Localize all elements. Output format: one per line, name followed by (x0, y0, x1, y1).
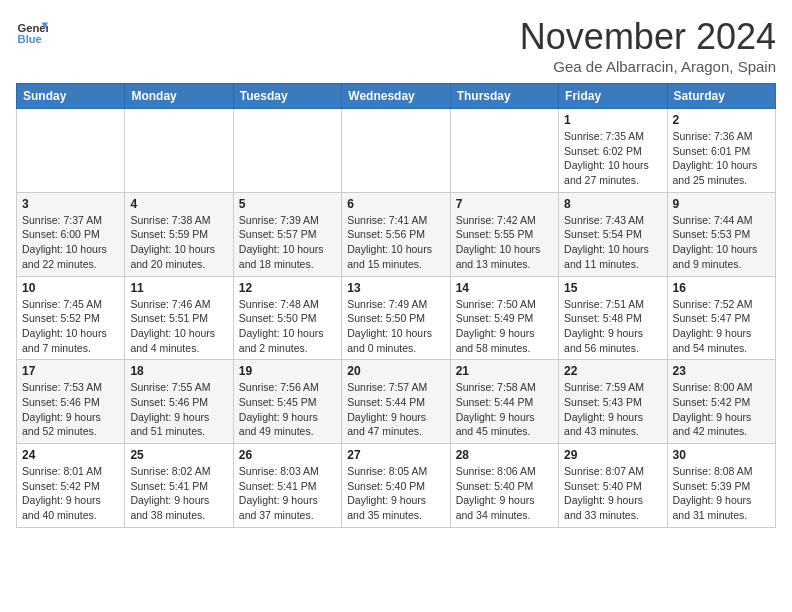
calendar-cell: 17Sunrise: 7:53 AM Sunset: 5:46 PM Dayli… (17, 360, 125, 444)
day-info: Sunrise: 7:52 AM Sunset: 5:47 PM Dayligh… (673, 297, 770, 356)
day-number: 9 (673, 197, 770, 211)
calendar-cell: 27Sunrise: 8:05 AM Sunset: 5:40 PM Dayli… (342, 444, 450, 528)
month-title: November 2024 (520, 16, 776, 58)
day-number: 12 (239, 281, 336, 295)
calendar-cell: 23Sunrise: 8:00 AM Sunset: 5:42 PM Dayli… (667, 360, 775, 444)
calendar-cell: 19Sunrise: 7:56 AM Sunset: 5:45 PM Dayli… (233, 360, 341, 444)
day-number: 28 (456, 448, 553, 462)
calendar-cell: 10Sunrise: 7:45 AM Sunset: 5:52 PM Dayli… (17, 276, 125, 360)
day-info: Sunrise: 8:05 AM Sunset: 5:40 PM Dayligh… (347, 464, 444, 523)
day-info: Sunrise: 7:36 AM Sunset: 6:01 PM Dayligh… (673, 129, 770, 188)
calendar-cell: 1Sunrise: 7:35 AM Sunset: 6:02 PM Daylig… (559, 109, 667, 193)
day-info: Sunrise: 8:02 AM Sunset: 5:41 PM Dayligh… (130, 464, 227, 523)
logo: General Blue (16, 16, 48, 48)
day-info: Sunrise: 7:37 AM Sunset: 6:00 PM Dayligh… (22, 213, 119, 272)
calendar-cell: 3Sunrise: 7:37 AM Sunset: 6:00 PM Daylig… (17, 192, 125, 276)
day-of-week-header: Saturday (667, 84, 775, 109)
day-number: 14 (456, 281, 553, 295)
calendar-cell: 21Sunrise: 7:58 AM Sunset: 5:44 PM Dayli… (450, 360, 558, 444)
calendar-week-row: 1Sunrise: 7:35 AM Sunset: 6:02 PM Daylig… (17, 109, 776, 193)
day-number: 27 (347, 448, 444, 462)
calendar-cell: 15Sunrise: 7:51 AM Sunset: 5:48 PM Dayli… (559, 276, 667, 360)
day-number: 20 (347, 364, 444, 378)
calendar-cell (17, 109, 125, 193)
calendar-table: SundayMondayTuesdayWednesdayThursdayFrid… (16, 83, 776, 528)
calendar-cell: 29Sunrise: 8:07 AM Sunset: 5:40 PM Dayli… (559, 444, 667, 528)
calendar-cell: 20Sunrise: 7:57 AM Sunset: 5:44 PM Dayli… (342, 360, 450, 444)
day-info: Sunrise: 8:03 AM Sunset: 5:41 PM Dayligh… (239, 464, 336, 523)
day-number: 13 (347, 281, 444, 295)
calendar-week-row: 17Sunrise: 7:53 AM Sunset: 5:46 PM Dayli… (17, 360, 776, 444)
day-info: Sunrise: 7:55 AM Sunset: 5:46 PM Dayligh… (130, 380, 227, 439)
day-number: 7 (456, 197, 553, 211)
day-info: Sunrise: 7:59 AM Sunset: 5:43 PM Dayligh… (564, 380, 661, 439)
day-info: Sunrise: 8:08 AM Sunset: 5:39 PM Dayligh… (673, 464, 770, 523)
location-subtitle: Gea de Albarracin, Aragon, Spain (520, 58, 776, 75)
calendar-cell (342, 109, 450, 193)
calendar-cell: 16Sunrise: 7:52 AM Sunset: 5:47 PM Dayli… (667, 276, 775, 360)
day-info: Sunrise: 8:06 AM Sunset: 5:40 PM Dayligh… (456, 464, 553, 523)
calendar-cell (233, 109, 341, 193)
day-info: Sunrise: 7:58 AM Sunset: 5:44 PM Dayligh… (456, 380, 553, 439)
day-number: 15 (564, 281, 661, 295)
calendar-cell: 8Sunrise: 7:43 AM Sunset: 5:54 PM Daylig… (559, 192, 667, 276)
day-of-week-header: Thursday (450, 84, 558, 109)
day-number: 5 (239, 197, 336, 211)
day-info: Sunrise: 7:51 AM Sunset: 5:48 PM Dayligh… (564, 297, 661, 356)
calendar-cell: 22Sunrise: 7:59 AM Sunset: 5:43 PM Dayli… (559, 360, 667, 444)
calendar-cell: 7Sunrise: 7:42 AM Sunset: 5:55 PM Daylig… (450, 192, 558, 276)
day-info: Sunrise: 7:35 AM Sunset: 6:02 PM Dayligh… (564, 129, 661, 188)
day-number: 3 (22, 197, 119, 211)
day-info: Sunrise: 7:39 AM Sunset: 5:57 PM Dayligh… (239, 213, 336, 272)
svg-text:Blue: Blue (18, 33, 42, 45)
calendar-cell: 14Sunrise: 7:50 AM Sunset: 5:49 PM Dayli… (450, 276, 558, 360)
day-info: Sunrise: 7:45 AM Sunset: 5:52 PM Dayligh… (22, 297, 119, 356)
day-number: 18 (130, 364, 227, 378)
calendar-cell: 4Sunrise: 7:38 AM Sunset: 5:59 PM Daylig… (125, 192, 233, 276)
title-area: November 2024 Gea de Albarracin, Aragon,… (520, 16, 776, 75)
calendar-cell: 2Sunrise: 7:36 AM Sunset: 6:01 PM Daylig… (667, 109, 775, 193)
day-of-week-header: Friday (559, 84, 667, 109)
day-number: 21 (456, 364, 553, 378)
day-number: 22 (564, 364, 661, 378)
header: General Blue November 2024 Gea de Albarr… (16, 16, 776, 75)
day-info: Sunrise: 8:07 AM Sunset: 5:40 PM Dayligh… (564, 464, 661, 523)
calendar-cell: 25Sunrise: 8:02 AM Sunset: 5:41 PM Dayli… (125, 444, 233, 528)
day-info: Sunrise: 7:57 AM Sunset: 5:44 PM Dayligh… (347, 380, 444, 439)
day-info: Sunrise: 7:41 AM Sunset: 5:56 PM Dayligh… (347, 213, 444, 272)
calendar-cell: 6Sunrise: 7:41 AM Sunset: 5:56 PM Daylig… (342, 192, 450, 276)
day-of-week-header: Monday (125, 84, 233, 109)
day-number: 26 (239, 448, 336, 462)
day-of-week-header: Tuesday (233, 84, 341, 109)
calendar-header-row: SundayMondayTuesdayWednesdayThursdayFrid… (17, 84, 776, 109)
day-info: Sunrise: 7:49 AM Sunset: 5:50 PM Dayligh… (347, 297, 444, 356)
day-number: 30 (673, 448, 770, 462)
calendar-cell: 12Sunrise: 7:48 AM Sunset: 5:50 PM Dayli… (233, 276, 341, 360)
day-info: Sunrise: 8:00 AM Sunset: 5:42 PM Dayligh… (673, 380, 770, 439)
calendar-cell: 30Sunrise: 8:08 AM Sunset: 5:39 PM Dayli… (667, 444, 775, 528)
day-number: 17 (22, 364, 119, 378)
day-number: 24 (22, 448, 119, 462)
day-info: Sunrise: 7:56 AM Sunset: 5:45 PM Dayligh… (239, 380, 336, 439)
day-number: 29 (564, 448, 661, 462)
day-info: Sunrise: 7:44 AM Sunset: 5:53 PM Dayligh… (673, 213, 770, 272)
calendar-cell: 24Sunrise: 8:01 AM Sunset: 5:42 PM Dayli… (17, 444, 125, 528)
day-number: 11 (130, 281, 227, 295)
day-number: 16 (673, 281, 770, 295)
day-of-week-header: Wednesday (342, 84, 450, 109)
day-info: Sunrise: 7:53 AM Sunset: 5:46 PM Dayligh… (22, 380, 119, 439)
calendar-cell: 9Sunrise: 7:44 AM Sunset: 5:53 PM Daylig… (667, 192, 775, 276)
day-info: Sunrise: 7:46 AM Sunset: 5:51 PM Dayligh… (130, 297, 227, 356)
calendar-cell: 18Sunrise: 7:55 AM Sunset: 5:46 PM Dayli… (125, 360, 233, 444)
calendar-week-row: 3Sunrise: 7:37 AM Sunset: 6:00 PM Daylig… (17, 192, 776, 276)
day-number: 19 (239, 364, 336, 378)
day-number: 8 (564, 197, 661, 211)
day-number: 1 (564, 113, 661, 127)
day-number: 25 (130, 448, 227, 462)
day-info: Sunrise: 7:48 AM Sunset: 5:50 PM Dayligh… (239, 297, 336, 356)
calendar-cell (125, 109, 233, 193)
day-info: Sunrise: 7:50 AM Sunset: 5:49 PM Dayligh… (456, 297, 553, 356)
day-info: Sunrise: 7:42 AM Sunset: 5:55 PM Dayligh… (456, 213, 553, 272)
day-number: 2 (673, 113, 770, 127)
day-number: 10 (22, 281, 119, 295)
